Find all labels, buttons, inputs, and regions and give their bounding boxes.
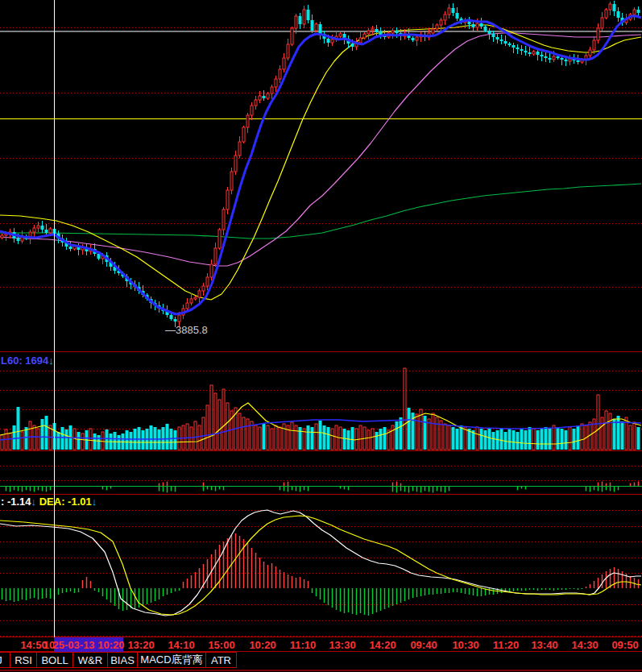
candle-body-up <box>633 10 636 15</box>
volume-bar-up <box>569 427 571 450</box>
candle-body-up <box>359 38 362 43</box>
candle-body-down <box>484 27 487 31</box>
candle-body-up <box>37 226 39 228</box>
ma-line-green <box>0 184 641 239</box>
volume-bar-up <box>198 425 201 450</box>
candle-body-up <box>255 100 257 106</box>
candle-body-up <box>267 93 269 98</box>
time-label: 10:20 <box>249 639 275 651</box>
candle-body-up <box>210 264 213 277</box>
candle-body-up <box>589 50 591 56</box>
tab-w&r[interactable]: W&R <box>72 652 108 668</box>
candle-body-down <box>508 44 512 45</box>
bottom-border <box>0 670 642 671</box>
volume-bar-down <box>452 427 455 450</box>
candle-body-up <box>532 52 535 54</box>
candle-body-down <box>557 56 560 58</box>
candle-body-up <box>194 297 197 299</box>
candle-body-up <box>226 190 229 209</box>
time-label: 09:50 <box>611 639 638 651</box>
volume-bar-down <box>512 430 516 450</box>
candle-body-down <box>452 8 455 13</box>
crosshair-datetime-text: 25-03-13 10:20 <box>53 639 125 651</box>
tab-boll[interactable]: BOLL <box>36 652 73 668</box>
candle-body-up <box>476 23 478 27</box>
candle-body-up <box>339 34 342 36</box>
candle-body-down <box>456 13 459 19</box>
volume-bar-down <box>637 427 640 450</box>
candle-body-down <box>472 24 475 27</box>
volume-indicator-label: L60: 1694↓ <box>1 355 54 367</box>
volume-bar-up <box>33 425 35 450</box>
candle-body-down <box>617 11 620 18</box>
volume-bar-down <box>484 430 487 450</box>
volume-bar-up <box>295 425 297 450</box>
volume-bar-up <box>222 389 225 450</box>
volume-bar-up <box>242 417 245 450</box>
volume-bar-up <box>432 413 434 450</box>
tab-bias[interactable]: BIAS <box>107 652 138 668</box>
volume-bar-up <box>218 400 221 450</box>
volume-bar-down <box>541 429 544 450</box>
volume-bar-up <box>190 427 193 450</box>
time-label: 13:40 <box>531 639 557 651</box>
candle-body-down <box>299 16 302 24</box>
candle-body-up <box>605 10 607 18</box>
volume-bar-down <box>343 429 346 450</box>
candle-body-up <box>242 127 245 142</box>
volume-bar-up <box>581 424 583 450</box>
candle-body-down <box>496 37 499 39</box>
ma-line-pink <box>0 33 641 266</box>
macd-dea-value: DEA: -1.01 <box>36 496 92 508</box>
candle-body-up <box>371 29 374 31</box>
volume-bar-down <box>154 427 157 450</box>
candle-body-down <box>45 230 48 233</box>
time-label: 14:10 <box>168 639 194 651</box>
volume-bar-up <box>9 433 11 450</box>
tab-atr[interactable]: ATR <box>205 652 237 668</box>
candle-body-up <box>553 56 555 60</box>
candle-body-up <box>363 34 366 38</box>
candle-body-up <box>49 229 52 233</box>
candle-body-down <box>307 10 310 20</box>
candle-body-down <box>504 41 507 44</box>
candle-body-down <box>637 10 640 13</box>
candle-body-down <box>577 60 580 62</box>
volume-bar-up <box>444 424 446 450</box>
volume-bar-up <box>210 385 213 450</box>
volume-bar-down <box>524 430 528 450</box>
volume-bar-down <box>557 427 560 450</box>
candle-body-up <box>251 106 253 115</box>
volume-bar-down <box>45 416 48 450</box>
volume-bar-down <box>138 427 141 450</box>
volume-bar-down <box>93 433 97 450</box>
volume-bar-up <box>609 413 611 450</box>
volume-bar-up <box>194 421 197 450</box>
volume-bar-up <box>1 435 3 450</box>
candle-body-up <box>246 115 249 127</box>
candle-body-up <box>331 39 333 43</box>
tab-macd底背离[interactable]: MACD底背离 <box>137 652 206 668</box>
candle-body-up <box>287 44 289 58</box>
crosshair-datetime-badge: 25-03-13 10:20 <box>54 637 123 652</box>
candle-body-up <box>436 25 438 29</box>
chart-area[interactable] <box>0 0 642 637</box>
volume-bar-down <box>351 427 354 450</box>
candle-body-up <box>271 87 273 93</box>
candle-body-up <box>597 28 599 40</box>
volume-bar-up <box>633 422 636 450</box>
volume-bar-down <box>142 430 145 450</box>
volume-bar-up <box>101 432 104 450</box>
candle-body-up <box>190 299 193 303</box>
volume-bar-up <box>391 425 394 450</box>
candle-body-up <box>222 209 225 230</box>
volume-bar-up <box>315 424 317 450</box>
candle-body-down <box>565 60 568 61</box>
tab-rsi[interactable]: RSI <box>10 652 37 668</box>
candle-body-up <box>214 248 217 264</box>
time-label: 13:20 <box>127 639 154 651</box>
volume-bar-down <box>61 427 64 450</box>
volume-bar-down <box>311 427 314 450</box>
indicator-tab-bar: JRSIBOLLW&RBIASMACD底背离ATR <box>0 652 642 670</box>
candle-body-down <box>412 38 415 40</box>
